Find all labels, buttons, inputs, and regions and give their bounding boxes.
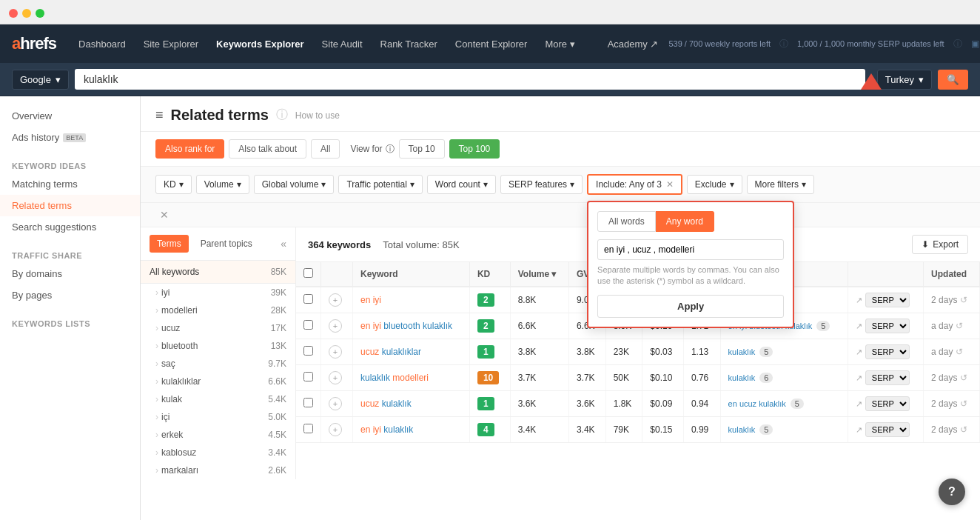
parent-topic-link[interactable]: kulaklık [728, 425, 756, 434]
keyword-link[interactable]: en iyi [360, 295, 381, 305]
serp-select[interactable]: SERP [865, 396, 910, 411]
country-selector[interactable]: Turkey ▾ [877, 70, 932, 90]
kl-list-item[interactable]: ›kulak5.4K [141, 390, 295, 408]
filter-kd[interactable]: KD ▾ [155, 175, 192, 194]
sidebar-item-overview[interactable]: Overview [0, 105, 140, 127]
refresh-icon[interactable]: ↺ [956, 347, 963, 357]
help-button[interactable]: ? [939, 479, 965, 505]
nav-item-site-audit[interactable]: Site Audit [315, 34, 370, 54]
sidebar-item-ads-history[interactable]: Ads history BETA [0, 127, 140, 148]
serp-select[interactable]: SERP [865, 370, 910, 385]
minimize-button[interactable] [22, 9, 31, 18]
filter-serp-features[interactable]: SERP features ▾ [500, 175, 583, 194]
serp-select[interactable]: SERP [865, 319, 910, 333]
refresh-icon[interactable]: ↺ [960, 399, 967, 409]
add-keyword-button[interactable]: + [329, 371, 342, 384]
serp-select[interactable]: SERP [865, 422, 910, 437]
filter-exclude[interactable]: Exclude ▾ [687, 175, 742, 194]
filter-include-close-icon[interactable]: ✕ [666, 179, 674, 190]
filter-include[interactable]: Include: Any of 3 ✕ [587, 174, 682, 195]
kl-list-item[interactable]: ›bluetooth13K [141, 337, 295, 355]
kl-list-item[interactable]: ›kulaklıklar6.6K [141, 373, 295, 390]
include-popup-input[interactable] [597, 239, 784, 260]
filter-global-volume[interactable]: Global volume ▾ [254, 175, 335, 194]
include-popup-apply[interactable]: Apply [597, 295, 784, 318]
keyword-link[interactable]: en iyi bluetooth kulaklık [360, 321, 452, 331]
sidebar-item-by-domains[interactable]: By domains [0, 263, 140, 284]
tab-top-10[interactable]: Top 10 [399, 139, 445, 159]
serp-select[interactable]: SERP [865, 344, 910, 359]
close-button[interactable] [9, 9, 18, 18]
nav-item-keywords-explorer[interactable]: Keywords Explorer [209, 34, 312, 54]
search-input[interactable] [75, 69, 865, 90]
export-button[interactable]: ⬇ Export [912, 235, 968, 254]
parent-topic-link[interactable]: en ucuz kulaklık [728, 399, 786, 408]
kl-list-item[interactable]: ›içi5.0K [141, 408, 295, 426]
ahrefs-logo[interactable]: ahrefs [12, 34, 56, 53]
nav-item-content-explorer[interactable]: Content Explorer [448, 34, 535, 54]
filter-more[interactable]: More filters ▾ [747, 175, 814, 194]
add-keyword-button[interactable]: + [329, 319, 342, 333]
add-keyword-button[interactable]: + [329, 345, 342, 359]
kl-list-item[interactable]: ›kablosuz3.4K [141, 444, 295, 461]
kl-all-keywords-row[interactable]: All keywords 85K [141, 261, 295, 284]
kl-list-item[interactable]: ›iyi39K [141, 284, 295, 301]
sidebar-item-search-suggestions[interactable]: Search suggestions [0, 216, 140, 238]
filter-word-count[interactable]: Word count ▾ [427, 175, 496, 194]
th-volume[interactable]: Volume ▾ [510, 262, 568, 287]
row-checkbox[interactable] [303, 320, 313, 330]
tab-also-rank-for[interactable]: Also rank for [155, 139, 224, 159]
refresh-icon[interactable]: ↺ [960, 295, 967, 305]
tab-top-100[interactable]: Top 100 [449, 139, 500, 159]
nav-item-rank-tracker[interactable]: Rank Tracker [373, 34, 445, 54]
keyword-link[interactable]: en iyi kulaklık [360, 424, 413, 435]
nav-item-dashboard[interactable]: Dashboard [71, 34, 133, 54]
keyword-link[interactable]: ucuz kulaklık [360, 399, 412, 409]
user-info[interactable]: ▣ Cihat Kisa's work... ▾ [971, 28, 980, 59]
filter-clear-button[interactable]: ✕ [155, 207, 173, 222]
parent-topic-link[interactable]: kulaklık [728, 373, 756, 382]
kl-list-item[interactable]: ›modelleri28K [141, 301, 295, 319]
th-kd[interactable]: KD [469, 262, 510, 287]
search-engine-selector[interactable]: Google ▾ [12, 70, 69, 90]
row-checkbox[interactable] [303, 294, 313, 304]
maximize-button[interactable] [36, 9, 44, 18]
serp-select[interactable]: SERP [865, 293, 910, 307]
kl-tab-parent-topics[interactable]: Parent topics [193, 235, 260, 253]
filter-volume[interactable]: Volume ▾ [196, 175, 249, 194]
refresh-icon[interactable]: ↺ [956, 321, 963, 331]
sidebar-item-related-terms[interactable]: Related terms [0, 195, 140, 216]
popup-tab-all-words[interactable]: All words [597, 211, 656, 232]
tab-also-talk-about[interactable]: Also talk about [229, 139, 306, 159]
row-checkbox[interactable] [303, 346, 313, 356]
kl-list-item[interactable]: ›ucuz17K [141, 319, 295, 337]
nav-item-more[interactable]: More ▾ [537, 34, 582, 54]
add-keyword-button[interactable]: + [329, 293, 342, 307]
tab-all[interactable]: All [311, 139, 340, 159]
th-keyword[interactable]: Keyword [353, 262, 470, 287]
row-checkbox[interactable] [303, 424, 313, 433]
nav-item-site-explorer[interactable]: Site Explorer [136, 34, 206, 54]
add-keyword-button[interactable]: + [329, 397, 342, 410]
how-to-use-link[interactable]: How to use [295, 110, 340, 121]
collapse-panel-icon[interactable]: « [281, 238, 286, 250]
hamburger-icon[interactable]: ≡ [155, 107, 164, 123]
refresh-icon[interactable]: ↺ [960, 424, 967, 435]
add-keyword-button[interactable]: + [329, 423, 342, 436]
kl-tab-terms[interactable]: Terms [150, 235, 189, 253]
kl-list-item[interactable]: ›erkek4.5K [141, 426, 295, 444]
sidebar-item-by-pages[interactable]: By pages [0, 284, 140, 306]
sidebar-item-matching-terms[interactable]: Matching terms [0, 173, 140, 195]
popup-tab-any-word[interactable]: Any word [656, 211, 714, 232]
keyword-link[interactable]: kulaklık modelleri [360, 373, 429, 383]
row-checkbox[interactable] [303, 398, 313, 407]
kl-list-item[interactable]: ›markaları2.6K [141, 461, 295, 479]
row-checkbox[interactable] [303, 372, 313, 381]
filter-traffic-potential[interactable]: Traffic potential ▾ [338, 175, 422, 194]
keyword-link[interactable]: ucuz kulaklıklar [360, 347, 421, 357]
select-all-checkbox[interactable] [303, 268, 313, 278]
refresh-icon[interactable]: ↺ [960, 373, 967, 383]
kl-list-item[interactable]: ›saç9.7K [141, 355, 295, 373]
parent-topic-link[interactable]: kulaklık [728, 347, 756, 356]
search-button[interactable]: 🔍 [938, 70, 968, 90]
